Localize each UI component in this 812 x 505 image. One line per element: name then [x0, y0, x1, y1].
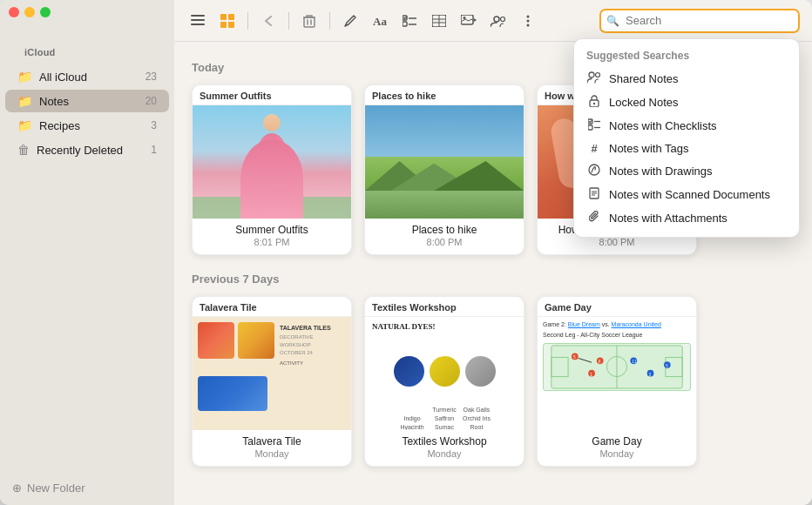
toolbar-divider [247, 12, 248, 30]
main-content: Aa [174, 0, 812, 505]
note-info: Summer Outfits 8:01 PM [193, 219, 351, 254]
dropdown-item-tags[interactable]: # Notes with Tags [574, 138, 799, 159]
dropdown-item-checklists[interactable]: Notes with Checklists [574, 114, 799, 138]
note-time: 8:00 PM [372, 237, 517, 247]
dropdown-item-label: Locked Notes [609, 96, 679, 109]
note-thumb-title: Talavera Tile [193, 297, 351, 317]
note-time: 8:01 PM [200, 237, 344, 247]
svg-rect-3 [220, 14, 227, 20]
sidebar-footer: ⊕ New Folder [0, 471, 174, 505]
back-button[interactable] [257, 10, 280, 32]
note-card-talavera-tile[interactable]: Talavera Tile TALAVERA TILES DECORATIVE … [192, 296, 352, 467]
dropdown-item-scanned[interactable]: Notes with Scanned Documents [574, 183, 799, 206]
sidebar-item-count: 3 [151, 119, 157, 131]
sidebar-item-label: Recently Deleted [37, 144, 151, 157]
scan-icon [586, 187, 602, 202]
delete-button[interactable] [298, 10, 321, 32]
minimize-button[interactable] [24, 7, 35, 17]
svg-point-23 [527, 24, 530, 26]
note-info: Game Day Monday [538, 430, 696, 466]
sidebar-item-count: 23 [145, 71, 157, 83]
note-thumb-title: Textiles Workshop [365, 297, 524, 317]
sidebar-item-all-icloud[interactable]: 📁 All iCloud 23 [5, 65, 169, 88]
attachment-icon [586, 211, 602, 226]
more-button[interactable] [517, 10, 539, 32]
sidebar-item-recipes[interactable]: 📁 Recipes 3 [5, 114, 169, 137]
dropdown-item-label: Notes with Drawings [609, 165, 713, 178]
note-card-summer-outfits[interactable]: Summer Outfits Sum [192, 84, 352, 255]
note-title: Game Day [545, 435, 689, 448]
search-dropdown: Suggested Searches Shared Notes [573, 38, 800, 238]
svg-text:8: 8 [599, 360, 601, 364]
sidebar-item-notes[interactable]: 📁 Notes 20 [5, 90, 169, 112]
svg-rect-7 [304, 17, 315, 27]
dropdown-item-drawings[interactable]: Notes with Drawings [574, 159, 799, 183]
svg-point-32 [589, 165, 599, 175]
plus-icon: ⊕ [12, 481, 22, 495]
format-button[interactable]: Aa [369, 10, 391, 32]
svg-text:1: 1 [590, 372, 592, 376]
window-chrome [0, 0, 59, 24]
grid-view-button[interactable] [216, 10, 239, 32]
dropdown-item-label: Notes with Checklists [609, 119, 717, 132]
sidebar-section-icloud: iCloud [12, 47, 68, 63]
note-thumbnail: TALAVERA TILES DECORATIVE WORKSHOP OCTOB… [193, 317, 351, 430]
note-thumbnail [365, 105, 524, 219]
svg-point-19 [494, 17, 499, 22]
note-title: Summer Outfits [200, 224, 344, 236]
note-thumbnail [193, 105, 351, 219]
note-thumbnail: Game 2: Blue Dream vs. Maraconda United … [538, 317, 696, 430]
svg-rect-4 [228, 14, 234, 20]
sidebar-item-recently-deleted[interactable]: 🗑 Recently Deleted 1 [5, 138, 169, 161]
folder-icon: 📁 [17, 94, 32, 108]
media-button[interactable] [457, 10, 480, 32]
note-time: Monday [372, 448, 517, 459]
svg-rect-0 [191, 15, 205, 17]
dropdown-item-attachments[interactable]: Notes with Attachments [574, 206, 799, 230]
note-card-game-day[interactable]: Game Day Game 2: Blue Dream vs. Maracond… [537, 296, 697, 467]
maximize-button[interactable] [40, 7, 51, 17]
dropdown-item-locked-notes[interactable]: Locked Notes [574, 91, 799, 114]
sidebar-item-label: Notes [39, 95, 145, 108]
note-info: Places to hike 8:00 PM [365, 219, 524, 254]
dropdown-item-label: Shared Notes [609, 72, 679, 85]
dropdown-item-label: Notes with Scanned Documents [609, 188, 770, 201]
tag-icon: # [586, 142, 602, 155]
toolbar-divider-2 [288, 12, 289, 30]
checklist-button[interactable] [398, 10, 421, 32]
folder-icon: 📁 [17, 118, 32, 132]
toolbar: Aa [174, 0, 812, 42]
folder-icon: 📁 [17, 70, 32, 84]
compose-button[interactable] [339, 10, 362, 32]
new-folder-label: New Folder [27, 481, 85, 495]
list-view-button[interactable] [186, 10, 209, 32]
app-window: iCloud 📁 All iCloud 23 📁 Notes 20 📁 Reci… [0, 0, 812, 505]
section-prev7-title: Previous 7 Days [192, 273, 795, 286]
thumb-talavera: TALAVERA TILES DECORATIVE WORKSHOP OCTOB… [193, 317, 351, 430]
soccer-field: 5 8 1 11 3 5 [543, 343, 691, 391]
checklist-icon [586, 118, 602, 133]
note-time: Monday [545, 448, 689, 459]
note-thumb-title: Game Day [538, 297, 696, 317]
collaborate-button[interactable] [487, 10, 510, 32]
note-card-textiles-workshop[interactable]: Textiles Workshop NATURAL DYES! Indigo H… [364, 296, 524, 467]
svg-point-24 [589, 72, 594, 77]
close-button[interactable] [9, 7, 19, 17]
svg-rect-2 [191, 24, 205, 25]
note-info: Textiles Workshop Monday [365, 430, 524, 466]
thumb-textiles [372, 336, 517, 406]
search-input[interactable] [599, 9, 800, 33]
svg-text:3: 3 [649, 372, 652, 376]
note-time: 8:00 PM [545, 237, 689, 247]
dropdown-item-shared-notes[interactable]: Shared Notes [574, 67, 799, 91]
note-title: Talavera Tile [200, 435, 344, 448]
prev7-notes-grid: Talavera Tile TALAVERA TILES DECORATIVE … [192, 296, 795, 467]
table-button[interactable] [428, 10, 450, 32]
lock-icon [586, 95, 602, 110]
sidebar-item-label: Recipes [39, 119, 151, 132]
new-folder-button[interactable]: ⊕ New Folder [12, 481, 85, 495]
svg-rect-6 [228, 22, 234, 28]
svg-point-22 [527, 19, 530, 22]
note-card-places-to-hike[interactable]: Places to hike [364, 84, 524, 255]
svg-point-25 [596, 73, 600, 77]
